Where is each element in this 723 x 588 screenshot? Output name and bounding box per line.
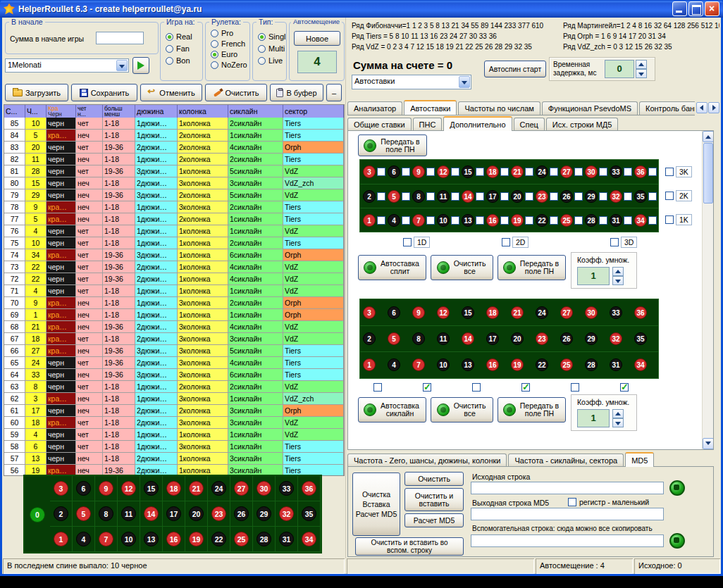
- clear-all-button-2[interactable]: Очистить все: [431, 397, 493, 423]
- bet-checkbox-27[interactable]: [574, 168, 583, 176]
- sixline-number-14[interactable]: 14: [462, 332, 474, 345]
- bet-checkbox-8[interactable]: [426, 192, 435, 201]
- sixline-number-1[interactable]: 1: [363, 358, 376, 371]
- maximize-button[interactable]: [688, 1, 703, 16]
- bet-checkbox-30[interactable]: [599, 168, 607, 176]
- radio-Pro[interactable]: [211, 30, 218, 37]
- checkbox-3K[interactable]: [665, 168, 674, 176]
- spin-down-button[interactable]: [636, 69, 647, 78]
- bet-number-22[interactable]: 22: [536, 214, 548, 227]
- radio-Euro[interactable]: [211, 51, 218, 58]
- minimize-button[interactable]: [672, 1, 687, 16]
- register-check[interactable]: регистр - маленький: [568, 498, 649, 506]
- source-string-input[interactable]: [471, 482, 664, 494]
- bet-checkbox-1[interactable]: [377, 216, 385, 225]
- bottom-tab-2[interactable]: MD5: [625, 452, 654, 467]
- sixline-number-24[interactable]: 24: [536, 306, 548, 319]
- output-string-input[interactable]: [471, 508, 664, 520]
- sixline-number-23[interactable]: 23: [536, 332, 548, 345]
- bet-checkbox-19[interactable]: [525, 216, 533, 225]
- dozen-check-3D[interactable]: 3D: [610, 237, 637, 248]
- radio-Fan[interactable]: [166, 45, 173, 53]
- radio-Multi[interactable]: [258, 45, 266, 53]
- scroll-up-button[interactable]: [703, 131, 714, 142]
- spin-down-button[interactable]: [612, 418, 624, 427]
- bet-number-6[interactable]: 6: [388, 165, 400, 178]
- profile-combobox[interactable]: 1Melonati: [5, 58, 129, 73]
- md5-calc-button[interactable]: Расчет MD5: [404, 513, 464, 527]
- bet-number-3[interactable]: 3: [363, 165, 376, 178]
- dozen-check-2D[interactable]: 2D: [502, 237, 529, 248]
- toolbar-button-folder[interactable]: Загрузить: [5, 84, 68, 101]
- transfer-to-pn-button[interactable]: Передать в поле ПН: [498, 255, 566, 280]
- bet-number-25[interactable]: 25: [560, 214, 573, 227]
- bet-checkbox-13[interactable]: [476, 216, 484, 225]
- checkbox-1K[interactable]: [665, 215, 674, 224]
- bet-number-16[interactable]: 16: [486, 214, 499, 227]
- radio-option-NoZero[interactable]: NoZero: [211, 60, 249, 70]
- radio-Live[interactable]: [258, 57, 266, 65]
- radio-Singl[interactable]: [258, 33, 266, 41]
- sub-tab-2[interactable]: Дополнительно: [443, 116, 512, 131]
- dozen-check-1D[interactable]: 1D: [403, 237, 430, 248]
- checkbox-3D[interactable]: [610, 238, 619, 246]
- sixline-number-27[interactable]: 27: [560, 306, 573, 319]
- bet-checkbox-29[interactable]: [599, 192, 607, 201]
- radio-Real[interactable]: [166, 33, 173, 41]
- play-button[interactable]: [132, 57, 149, 74]
- titlebar[interactable]: HelperRoullet 6.3 - create helperroullet…: [0, 0, 723, 18]
- column-check-1K[interactable]: 1K: [665, 214, 692, 225]
- main-tab-3[interactable]: Функционал PsevdoMS: [542, 101, 638, 115]
- chevron-down-icon[interactable]: [116, 60, 128, 71]
- autobet-sixline-button[interactable]: Автоставка сиклайн: [358, 397, 426, 423]
- sixline-number-25[interactable]: 25: [560, 358, 573, 371]
- sixline-number-21[interactable]: 21: [511, 306, 524, 319]
- bet-number-27[interactable]: 27: [560, 165, 573, 178]
- md5-copy-button-2[interactable]: [669, 533, 685, 549]
- radio-option-Bon[interactable]: Bon: [166, 56, 202, 65]
- sixline-number-4[interactable]: 4: [388, 358, 400, 371]
- bet-checkbox-32[interactable]: [624, 192, 632, 201]
- sixline-number-28[interactable]: 28: [585, 358, 598, 371]
- sixline-checkbox-1[interactable]: [373, 383, 382, 392]
- bet-number-13[interactable]: 13: [462, 214, 474, 227]
- radio-NoZero[interactable]: [211, 61, 218, 69]
- toolbar-button-save[interactable]: Сохранить: [71, 84, 137, 101]
- close-button[interactable]: [705, 1, 719, 16]
- radio-option-Live[interactable]: Live: [258, 56, 286, 65]
- sixline-number-30[interactable]: 30: [585, 306, 598, 319]
- tab-scroll-right-button[interactable]: [708, 102, 719, 113]
- toolbar-button-clear[interactable]: Очистить: [205, 84, 267, 101]
- md5-clear-paste-aux-button[interactable]: Очистить и вставить во вспом. строку: [355, 537, 464, 556]
- bet-checkbox-11[interactable]: [451, 192, 459, 201]
- autobets-combobox[interactable]: Автоставки: [352, 75, 471, 89]
- sixline-number-6[interactable]: 6: [388, 306, 400, 319]
- bet-number-9[interactable]: 9: [412, 165, 425, 178]
- bet-checkbox-5[interactable]: [402, 192, 410, 201]
- bet-checkbox-31[interactable]: [624, 216, 632, 225]
- sixline-number-2[interactable]: 2: [363, 332, 376, 345]
- sixline-checkbox-4[interactable]: [521, 383, 530, 392]
- sixline-number-15[interactable]: 15: [462, 306, 474, 319]
- sixline-number-9[interactable]: 9: [412, 306, 425, 319]
- bet-number-30[interactable]: 30: [585, 165, 598, 178]
- bet-checkbox-3[interactable]: [377, 168, 385, 176]
- radio-option-Fan[interactable]: Fan: [166, 44, 202, 54]
- bet-checkbox-10[interactable]: [451, 216, 459, 225]
- sixline-number-5[interactable]: 5: [388, 332, 400, 345]
- content-scrollbar[interactable]: [702, 131, 714, 449]
- md5-big-button[interactable]: Очистка Вставка Расчет MD5: [352, 473, 400, 536]
- bet-checkbox-28[interactable]: [599, 216, 607, 225]
- radio-French[interactable]: [211, 40, 218, 48]
- bet-checkbox-6[interactable]: [402, 168, 410, 176]
- radio-option-Singl[interactable]: Singl: [258, 32, 286, 42]
- radio-option-Multi[interactable]: Multi: [258, 44, 286, 54]
- bet-checkbox-12[interactable]: [451, 168, 459, 176]
- sixline-number-11[interactable]: 11: [437, 332, 450, 345]
- scroll-down-button[interactable]: [703, 438, 714, 449]
- sixline-number-29[interactable]: 29: [585, 332, 598, 345]
- bet-checkbox-36[interactable]: [648, 168, 657, 176]
- transfer-to-pn-button-top[interactable]: Передать в поле ПН: [358, 135, 427, 156]
- bet-checkbox-25[interactable]: [574, 216, 583, 225]
- autobet-split-button[interactable]: Автоставка сплит: [358, 255, 426, 280]
